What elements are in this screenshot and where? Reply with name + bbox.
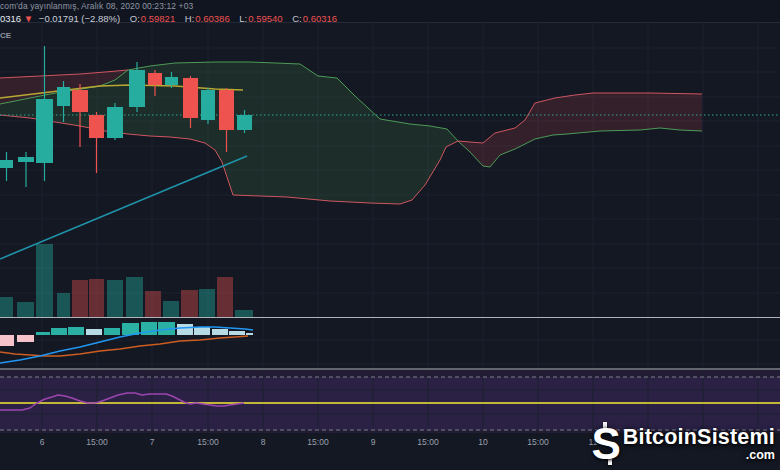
macd-histogram-bar bbox=[104, 328, 120, 335]
watermark-brand-text: BitcoinSistemi bbox=[623, 426, 775, 448]
volume-bar bbox=[72, 280, 88, 317]
macd-histogram-bar bbox=[86, 329, 102, 335]
bitcoinsistemi-watermark: S BitcoinSistemi .com bbox=[592, 424, 776, 464]
macd-histogram-bar bbox=[229, 331, 245, 335]
candle bbox=[18, 157, 34, 162]
macd-histogram-bar bbox=[51, 328, 67, 335]
candle bbox=[148, 73, 162, 85]
volume-bar bbox=[181, 290, 198, 317]
time-axis-label: 15:00 bbox=[417, 437, 438, 447]
volume-bar bbox=[163, 301, 179, 317]
macd-histogram-bar bbox=[212, 329, 228, 335]
candle bbox=[57, 87, 70, 106]
time-axis-label: 15:00 bbox=[197, 437, 218, 447]
volume-bar bbox=[57, 293, 70, 317]
time-axis-label: 6 bbox=[40, 437, 45, 447]
candle bbox=[0, 160, 13, 168]
candle bbox=[237, 115, 252, 130]
time-axis-label: 10 bbox=[478, 437, 487, 447]
volume-bar bbox=[89, 279, 104, 317]
candle bbox=[36, 99, 53, 163]
logo-s-glyph: S bbox=[592, 419, 621, 468]
trading-chart-app: com'da yayınlanmış, Aralık 08, 2020 00:2… bbox=[0, 0, 780, 470]
candle bbox=[89, 115, 104, 138]
time-axis-label: 15:00 bbox=[307, 437, 328, 447]
candle bbox=[165, 77, 178, 85]
time-axis-label: 7 bbox=[150, 437, 155, 447]
volume-bar bbox=[36, 244, 53, 317]
time-axis-label: 8 bbox=[261, 437, 266, 447]
time-axis-label: 15:00 bbox=[527, 437, 548, 447]
volume-bar bbox=[145, 291, 161, 317]
volume-bar bbox=[107, 280, 123, 317]
watermark-text: BitcoinSistemi .com bbox=[623, 426, 775, 462]
candlestick-chart[interactable] bbox=[0, 0, 780, 470]
macd-histogram-bar bbox=[246, 333, 253, 335]
watermark-domain-text: .com bbox=[746, 449, 775, 462]
ichimoku-cloud bbox=[0, 62, 702, 204]
macd-histogram-bar bbox=[17, 335, 34, 342]
macd-histogram-bar bbox=[36, 332, 50, 335]
macd-histogram-bar bbox=[177, 324, 193, 335]
volume-bar bbox=[0, 297, 13, 317]
volume-bar bbox=[199, 289, 215, 317]
macd-pane bbox=[0, 322, 253, 363]
time-axis-label: 15:00 bbox=[86, 437, 107, 447]
volume-bar bbox=[217, 277, 233, 317]
bitcoinsistemi-logo-icon: S bbox=[592, 424, 621, 464]
candle bbox=[129, 70, 145, 107]
volume-series bbox=[0, 244, 253, 317]
volume-bar bbox=[17, 302, 34, 317]
macd-histogram-bar bbox=[194, 327, 210, 335]
candle bbox=[183, 78, 198, 118]
time-axis-label: 9 bbox=[371, 437, 376, 447]
macd-histogram-bar bbox=[68, 327, 84, 335]
candle bbox=[219, 90, 234, 130]
volume-bar bbox=[235, 310, 253, 317]
candle bbox=[72, 90, 88, 112]
candle bbox=[201, 90, 215, 120]
candle bbox=[107, 107, 123, 138]
volume-bar bbox=[126, 277, 143, 317]
macd-histogram-bar bbox=[0, 335, 14, 346]
